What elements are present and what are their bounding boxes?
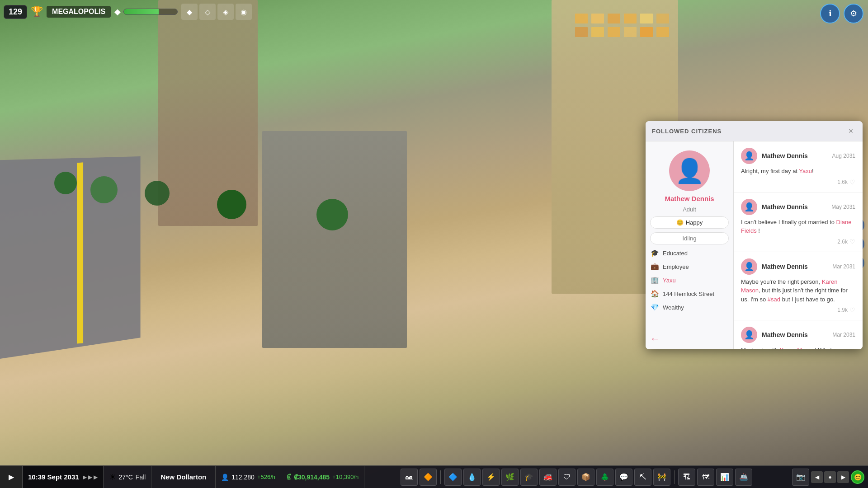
heart-icon-1[interactable]: ♡ bbox=[849, 178, 855, 186]
progress-bar bbox=[123, 9, 178, 15]
weather-section: ☀ 27°C Fall bbox=[104, 466, 152, 488]
construction-button[interactable]: 🚧 bbox=[653, 469, 670, 486]
hashtag-sad: #sad bbox=[768, 296, 780, 303]
detail-row-workplace: 🏢 Yaxu bbox=[650, 275, 729, 285]
play-icon: ▶ bbox=[9, 473, 14, 481]
fire-button[interactable]: 🚒 bbox=[539, 469, 557, 486]
employee-icon: 💼 bbox=[650, 263, 659, 271]
feed-text-3: Maybe you're the right person, Karen Mas… bbox=[741, 277, 855, 304]
feed-link-karen1[interactable]: Karen Mason bbox=[741, 278, 838, 294]
info-tool[interactable]: ◉ bbox=[236, 4, 252, 20]
milestone-bar: 129 🏆 MEGALOPOLIS ◆ ◆ ◇ ◈ ◉ bbox=[4, 4, 252, 20]
paint-tool[interactable]: ◈ bbox=[217, 4, 234, 20]
screenshot-button[interactable]: 📷 bbox=[792, 469, 809, 486]
education-button[interactable]: 🎓 bbox=[520, 469, 538, 486]
feed-item-4: 👤 Mathew Dennis Mar 2031 Moving in with … bbox=[734, 320, 863, 349]
population-badge: 129 bbox=[4, 5, 27, 19]
citizen-type: Adult bbox=[683, 206, 696, 213]
mood-button[interactable]: 😊 Happy bbox=[650, 216, 729, 229]
mood-label: Happy bbox=[686, 219, 703, 226]
time-section: 10:39 Sept 2031 ▶ ▶ ▶ bbox=[23, 466, 104, 488]
zone-tool[interactable]: ◆ bbox=[181, 4, 198, 20]
feed-date-2: May 2031 bbox=[831, 204, 855, 210]
bulldoze-button[interactable]: 🏗 bbox=[678, 469, 695, 486]
population-count: 112,280 bbox=[231, 474, 255, 481]
prev-page-button[interactable]: ◀ bbox=[811, 471, 823, 483]
toolbar-separator-1 bbox=[440, 470, 441, 484]
citizen-info-panel: 👤 Mathew Dennis Adult 😊 Happy Idling 🎓 E… bbox=[646, 141, 734, 349]
employee-label: Employee bbox=[663, 263, 689, 270]
main-toolbar: 🏘 🔶 🔷 💧 ⚡ 🌿 🎓 🚒 🛡 📦 🌲 💬 ⛏ 🚧 🏗 🗺 📊 🚢 bbox=[364, 469, 788, 486]
address-label: 144 Hemlock Street bbox=[663, 291, 714, 297]
speed-button-1[interactable]: ▶ bbox=[83, 474, 87, 480]
city-happiness-indicator: 😊 bbox=[851, 470, 864, 484]
water-button[interactable]: 💧 bbox=[463, 469, 481, 486]
feed-likes-3: 1.9k bbox=[837, 307, 848, 313]
zoning-button[interactable]: 🏘 bbox=[401, 469, 418, 486]
parks-button[interactable]: 🌿 bbox=[501, 469, 519, 486]
detail-row-educated: 🎓 Educated bbox=[650, 248, 729, 258]
detail-row-address: 🏠 144 Hemlock Street bbox=[650, 289, 729, 299]
feed-link-karen2[interactable]: Karen Mason bbox=[780, 347, 815, 349]
feed-link-yaxu[interactable]: Yaxu bbox=[799, 168, 812, 174]
feed-link-diane[interactable]: Diane Fields bbox=[741, 219, 852, 235]
workplace-icon: 🏢 bbox=[650, 276, 659, 284]
back-button[interactable]: ← bbox=[650, 333, 660, 345]
money-rate: +10,390/h bbox=[332, 474, 359, 480]
police-button[interactable]: 🛡 bbox=[558, 469, 576, 486]
educated-label: Educated bbox=[663, 250, 688, 257]
play-pause-button[interactable]: ▶ bbox=[0, 466, 23, 488]
harbor-button[interactable]: 🚢 bbox=[735, 469, 752, 486]
money-amount: ₡30,914,485 bbox=[294, 474, 330, 481]
feed-avatar-3: 👤 bbox=[741, 258, 757, 275]
feed-date-4: Mar 2031 bbox=[832, 332, 855, 338]
feed-footer-2: 2.6k ♡ bbox=[741, 238, 855, 245]
help-button[interactable]: ℹ bbox=[820, 4, 840, 23]
top-toolbar: ◆ ◇ ◈ ◉ bbox=[181, 4, 252, 20]
feed-avatar-2: 👤 bbox=[741, 199, 757, 215]
feed-header-3: 👤 Mathew Dennis Mar 2031 bbox=[741, 258, 855, 275]
help-icon: ℹ bbox=[829, 9, 832, 19]
settings-button[interactable]: ⚙ bbox=[844, 4, 863, 23]
educated-icon: 🎓 bbox=[650, 249, 659, 257]
trophy-icon: 🏆 bbox=[31, 6, 43, 18]
followed-citizens-panel: FOLLOWED CITIZENS × 👤 Mathew Dennis Adul… bbox=[646, 121, 863, 349]
wealth-icon: 💎 bbox=[650, 303, 659, 311]
population-section: 👤 112,280 +526/h bbox=[216, 466, 281, 488]
district-tool[interactable]: ◇ bbox=[199, 4, 216, 20]
avatar-figure: 👤 bbox=[675, 159, 704, 183]
feed-header-4: 👤 Mathew Dennis Mar 2031 bbox=[741, 327, 855, 343]
buildings-button[interactable]: 📦 bbox=[577, 469, 594, 486]
population-rate: +526/h bbox=[257, 474, 275, 480]
home-icon: 🏠 bbox=[650, 290, 659, 298]
next-page-button[interactable]: ▶ bbox=[837, 471, 849, 483]
feed-header-1: 👤 Mathew Dennis Aug 2031 bbox=[741, 148, 855, 164]
panel-close-button[interactable]: × bbox=[845, 126, 856, 136]
electricity-button[interactable]: ⚡ bbox=[482, 469, 500, 486]
stats-button[interactable]: 📊 bbox=[716, 469, 733, 486]
workplace-link[interactable]: Yaxu bbox=[663, 277, 676, 284]
heart-icon-2[interactable]: ♡ bbox=[849, 238, 855, 245]
industry-button[interactable]: ⛏ bbox=[634, 469, 651, 486]
social-feed[interactable]: 👤 Mathew Dennis Aug 2031 Alright, my fir… bbox=[734, 141, 863, 349]
top-right-buttons: ℹ ⚙ bbox=[820, 4, 863, 23]
temperature-display: 27°C bbox=[119, 474, 133, 481]
money-icon: ₡ bbox=[287, 473, 291, 481]
right-tools: 📷 ◀ ● ▶ 😊 bbox=[788, 469, 868, 486]
money-section: ₡ ₡30,914,485 +10,390/h bbox=[281, 466, 364, 488]
heart-icon-3[interactable]: ♡ bbox=[849, 306, 855, 314]
district-button[interactable]: 🔶 bbox=[420, 469, 437, 486]
panel-body: 👤 Mathew Dennis Adult 😊 Happy Idling 🎓 E… bbox=[646, 141, 863, 349]
citizen-name: Mathew Dennis bbox=[665, 195, 714, 202]
transport-button[interactable]: 💬 bbox=[615, 469, 632, 486]
map-button[interactable]: 🗺 bbox=[697, 469, 714, 486]
nature-button[interactable]: 🌲 bbox=[596, 469, 613, 486]
speed-button-2[interactable]: ▶ bbox=[88, 474, 92, 480]
road-button[interactable]: 🔷 bbox=[444, 469, 462, 486]
feed-header-2: 👤 Mathew Dennis May 2031 bbox=[741, 199, 855, 215]
speed-button-3[interactable]: ▶ bbox=[94, 474, 98, 480]
settings-icon: ⚙ bbox=[850, 9, 857, 19]
feed-name-2: Mathew Dennis bbox=[762, 203, 808, 211]
time-display: 10:39 Sept 2031 bbox=[28, 473, 79, 481]
speed-controls: ▶ ▶ ▶ bbox=[83, 474, 98, 480]
